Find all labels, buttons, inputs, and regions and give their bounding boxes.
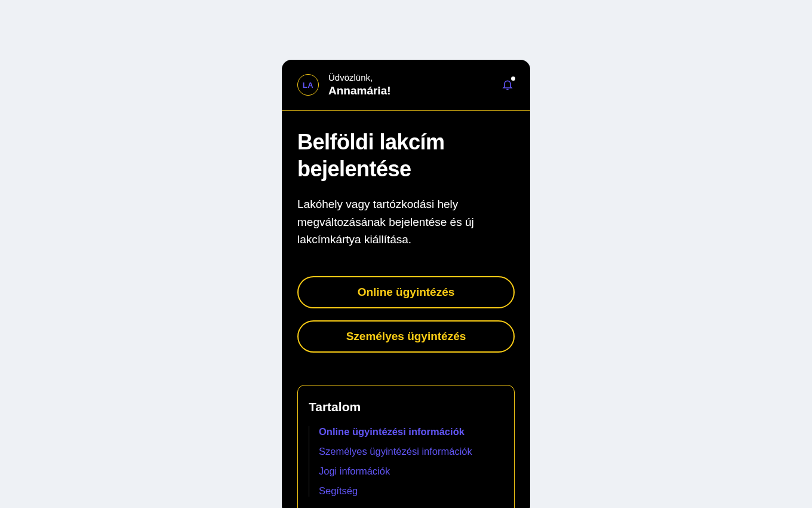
- avatar-initials: LA: [303, 81, 313, 90]
- action-buttons: Online ügyintézés Személyes ügyintézés: [297, 276, 515, 353]
- page-title: Belföldi lakcím bejelentése: [297, 128, 515, 182]
- app-frame: LA Üdvözlünk, Annamária! Belföldi lakcím…: [282, 60, 530, 508]
- toc-item-help[interactable]: Segítség: [319, 485, 503, 497]
- greeting-label: Üdvözlünk,: [328, 72, 500, 84]
- page-description: Lakóhely vagy tartózkodási hely megválto…: [297, 195, 515, 248]
- notification-dot: [511, 76, 515, 81]
- greeting-name: Annamária!: [328, 84, 500, 99]
- notifications-button[interactable]: [500, 78, 515, 92]
- main-content: Belföldi lakcím bejelentése Lakóhely vag…: [282, 111, 530, 508]
- toc-item-inperson-info[interactable]: Személyes ügyintézési információk: [319, 446, 503, 457]
- inperson-service-button[interactable]: Személyes ügyintézés: [297, 320, 515, 353]
- toc-item-legal-info[interactable]: Jogi információk: [319, 466, 503, 477]
- toc-card: Tartalom Online ügyintézési információk …: [297, 385, 515, 509]
- greeting-block: Üdvözlünk, Annamária!: [328, 72, 500, 98]
- toc-title: Tartalom: [309, 400, 503, 414]
- header: LA Üdvözlünk, Annamária!: [282, 60, 530, 111]
- toc-list: Online ügyintézési információk Személyes…: [309, 426, 503, 497]
- avatar[interactable]: LA: [297, 74, 319, 96]
- toc-item-online-info[interactable]: Online ügyintézési információk: [319, 426, 503, 437]
- online-service-button[interactable]: Online ügyintézés: [297, 276, 515, 308]
